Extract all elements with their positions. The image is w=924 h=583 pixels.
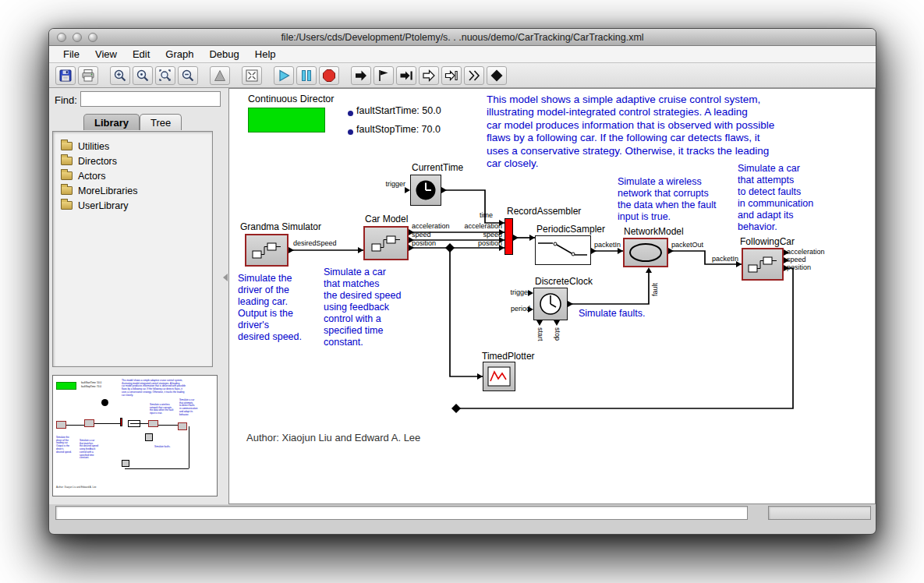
thumbnail-wire [94, 423, 120, 424]
zoom-button[interactable] [88, 33, 97, 42]
print-icon [80, 68, 96, 83]
port-label-period: period [493, 305, 530, 313]
annotation-car: Simulate a car that matches the desired … [324, 267, 419, 348]
carmodel-box[interactable] [363, 226, 409, 260]
step-out-button[interactable] [464, 66, 484, 85]
go-to-end-button[interactable] [396, 66, 416, 85]
double-chevron-icon [466, 68, 482, 83]
recordassembler-bar[interactable] [504, 218, 513, 255]
run-button[interactable] [351, 66, 371, 85]
zoom-reset-icon [135, 68, 150, 83]
print-button[interactable] [78, 66, 98, 85]
grandma-box[interactable] [245, 234, 289, 267]
pointer-button[interactable] [210, 66, 230, 85]
tab-tree[interactable]: Tree [140, 114, 182, 130]
clock-icon [537, 291, 564, 317]
run-arrow-icon [353, 68, 369, 83]
parameter-faultstoptime[interactable]: faultStopTime: 70.0 [356, 124, 441, 135]
menu-edit[interactable]: Edit [125, 47, 158, 62]
arrow-to-bar-icon [398, 68, 414, 83]
tree-item-userlibrary[interactable]: UserLibrary [58, 198, 207, 213]
stop-icon [321, 68, 337, 83]
close-button[interactable] [57, 33, 66, 42]
step-over-button[interactable] [441, 66, 462, 85]
thumbnail-annotation: Simulate a car that matches the desired … [80, 440, 103, 460]
currenttime-label: CurrentTime [412, 162, 463, 173]
tree-item-label: UserLibrary [78, 200, 129, 211]
menubar: File View Edit Graph Debug Help [49, 46, 876, 63]
fullscreen-button[interactable] [242, 66, 262, 85]
fullscreen-icon [244, 68, 260, 83]
zoom-out-button[interactable] [178, 66, 198, 85]
titlebar[interactable]: file:/Users/cds/Development/Ptolemy/s. .… [49, 29, 876, 46]
model-canvas[interactable]: Continuous Director faultStartTime: 50.0… [228, 88, 876, 504]
zoom-in-button[interactable] [110, 66, 130, 85]
breakpoint-button[interactable] [373, 66, 394, 85]
thumbnail-wire [189, 426, 189, 468]
tree-item-actors[interactable]: Actors [58, 168, 207, 183]
thumbnail-actor [84, 419, 94, 427]
port-label-trigger: trigger [493, 288, 530, 296]
discreteclock-box[interactable] [533, 288, 568, 320]
director-box[interactable] [248, 108, 325, 132]
networkmodel-label: NetworkModel [624, 226, 684, 237]
save-button[interactable] [55, 66, 76, 85]
port-label-trigger: trigger [370, 180, 405, 188]
step-button[interactable] [419, 66, 439, 85]
timedplotter-box[interactable] [483, 362, 515, 391]
parameter-dot [348, 129, 353, 135]
progress-bar [768, 506, 871, 520]
diamond-icon [489, 68, 504, 83]
minimize-button[interactable] [73, 33, 82, 42]
halt-button[interactable] [487, 66, 507, 85]
thumbnail-plotter [122, 460, 129, 467]
tree-item-morelibraries[interactable]: MoreLibraries [58, 183, 207, 198]
tree-item-label: MoreLibraries [78, 186, 137, 196]
find-input[interactable] [80, 91, 221, 107]
grandma-label: Grandma Simulator [240, 221, 321, 232]
pause-button[interactable] [296, 66, 317, 85]
author-text: Author: Xiaojun Liu and Edward A. Lee [246, 432, 420, 443]
sidebar: Find: Library Tree Utilities Directors A… [49, 88, 228, 504]
menu-debug[interactable]: Debug [201, 47, 246, 62]
tree-item-directors[interactable]: Directors [58, 154, 207, 168]
clock-icon [413, 178, 438, 203]
tree-item-utilities[interactable]: Utilities [58, 139, 207, 154]
tree-item-label: Utilities [78, 141, 109, 152]
periodicsampler-box[interactable] [535, 235, 591, 265]
networkmodel-box[interactable] [623, 238, 668, 267]
thumbnail-panel[interactable]: faultStartTime: 50.0 faultStopTime: 70.0… [52, 375, 218, 496]
port-label-packetout: packetOut [671, 241, 703, 249]
followingcar-box[interactable] [742, 248, 784, 281]
currenttime-box[interactable] [410, 175, 441, 206]
thumbnail-annotation: Simulate a wireless network that corrupt… [150, 404, 176, 415]
folder-icon [61, 201, 73, 210]
splitter-collapse-arrow[interactable] [223, 274, 228, 281]
thumbnail-param: faultStopTime: 70.0 [81, 386, 101, 389]
zoom-fit-button[interactable] [155, 66, 175, 85]
content-area: Find: Library Tree Utilities Directors A… [49, 88, 876, 504]
composite-actor-icon [250, 239, 283, 261]
parameter-faultstarttime[interactable]: faultStartTime: 50.0 [356, 105, 441, 116]
tab-library[interactable]: Library [83, 114, 140, 130]
port-label-speed: speed [454, 231, 502, 238]
annotation-network: Simulate a wireless network that corrupt… [618, 176, 736, 223]
zoom-reset-button[interactable] [133, 66, 153, 85]
menu-graph[interactable]: Graph [158, 47, 201, 62]
menu-help[interactable]: Help [247, 47, 284, 62]
stop-button[interactable] [319, 66, 339, 85]
thumbnail-actor [148, 420, 158, 427]
port-label-position: position [787, 263, 811, 271]
timedplotter-label: TimedPlotter [482, 351, 535, 362]
thumbnail-author: Author: Xiaojun Liu and Edward A. Lee [56, 486, 150, 489]
tree-item-label: Directors [78, 156, 117, 167]
port-label-acceleration: acceleration [412, 222, 450, 230]
zoom-fit-icon [158, 68, 173, 83]
menu-view[interactable]: View [87, 47, 125, 62]
menu-file[interactable]: File [55, 47, 87, 62]
play-button[interactable] [274, 66, 294, 85]
thumbnail-actor [56, 421, 66, 429]
folder-icon [61, 186, 73, 195]
port-label-fault: fault [651, 283, 659, 296]
window-title: file:/Users/cds/Development/Ptolemy/s. .… [281, 32, 643, 43]
